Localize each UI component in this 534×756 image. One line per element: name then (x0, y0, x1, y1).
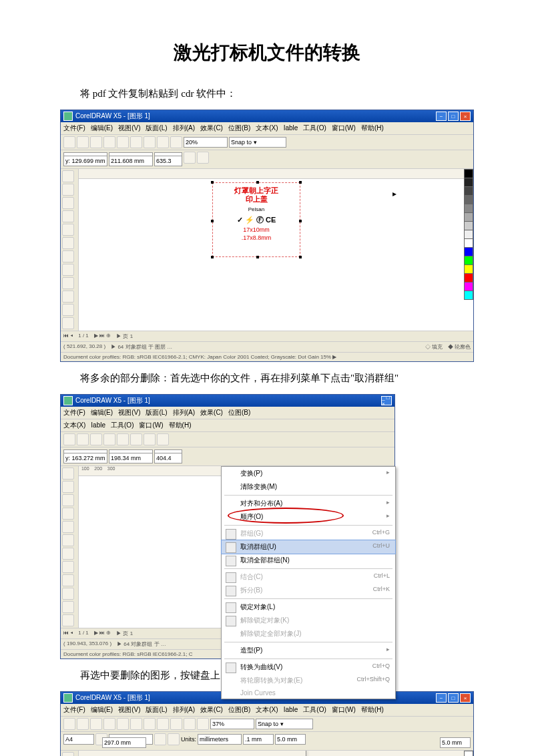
menu-item[interactable]: 文件(F) (63, 124, 85, 132)
menu-item[interactable]: 造型(P)▸ (222, 644, 395, 657)
color-swatch[interactable] (464, 256, 473, 265)
menu-item[interactable]: 视图(V) (118, 706, 140, 713)
tool-button[interactable] (62, 548, 74, 560)
height-field[interactable]: 198.34 mm (109, 453, 153, 463)
maximize-button[interactable]: □ (448, 693, 459, 703)
minimize-button[interactable]: − (436, 112, 447, 121)
tool-button[interactable] (62, 170, 74, 182)
print-icon[interactable] (103, 433, 115, 445)
color-swatch[interactable] (464, 212, 473, 222)
close-button[interactable]: × (460, 693, 471, 703)
menu-item[interactable]: 文件(F) (63, 409, 85, 416)
color-swatch[interactable] (464, 751, 473, 756)
menu-item[interactable]: 排列(A) (173, 706, 195, 713)
color-swatch[interactable] (464, 264, 473, 274)
tool-button[interactable] (62, 574, 74, 586)
tool-button[interactable] (62, 317, 74, 329)
menu-item[interactable]: 编辑(E) (91, 409, 113, 416)
menu-item[interactable]: 编辑(E) (91, 124, 113, 132)
color-swatch[interactable] (464, 230, 473, 239)
tool-button[interactable] (62, 197, 74, 209)
redo-icon[interactable] (170, 718, 182, 730)
orient-icon[interactable] (154, 733, 166, 745)
tool-button[interactable] (62, 264, 74, 276)
menu-item[interactable]: 窗口(W) (139, 421, 163, 429)
redo-icon[interactable] (170, 136, 182, 148)
selected-object[interactable]: 灯罩朝上字正 印上盖 Pelsan ✓ ⚡ Ⓕ CE 17x10mm .17x8… (212, 182, 300, 257)
save-icon[interactable] (90, 433, 102, 445)
menu-item[interactable]: 帮助(H) (169, 421, 192, 429)
menu-item[interactable]: 帮助(H) (361, 124, 384, 132)
color-swatch[interactable] (464, 238, 473, 248)
tool-button[interactable] (62, 534, 74, 546)
menu-item[interactable]: 编辑(E) (91, 706, 113, 713)
paper-size[interactable]: A4 (63, 734, 94, 745)
color-swatch[interactable] (464, 247, 473, 256)
tool-button[interactable] (62, 224, 74, 236)
menu-item[interactable]: 转换为曲线(V)Ctrl+Q (222, 660, 395, 674)
menu-item[interactable]: Iable (284, 124, 298, 132)
dup-x[interactable]: 5.0 mm (275, 734, 306, 745)
menu-item[interactable]: 视图(V) (118, 124, 140, 132)
menu-item[interactable]: 顺序(O)▸ (222, 510, 395, 524)
menu-item[interactable]: 位图(B) (228, 706, 250, 713)
undo-icon[interactable] (157, 433, 169, 445)
undo-icon[interactable] (157, 718, 169, 730)
menu-item[interactable]: 排列(A) (173, 124, 195, 132)
tool-button[interactable] (62, 184, 74, 196)
nudge-field[interactable]: .1 mm (243, 734, 274, 745)
paste-icon[interactable] (144, 433, 156, 445)
menu-item[interactable]: Iable (91, 421, 105, 429)
color-swatch[interactable] (464, 273, 473, 282)
menu-item[interactable]: Iable (284, 706, 298, 713)
menu-item[interactable]: 对齐和分布(A)▸ (222, 497, 395, 510)
menu-item[interactable]: 工具(O) (303, 124, 326, 132)
open-icon[interactable] (77, 718, 89, 730)
save-icon[interactable] (90, 718, 102, 730)
menu-item[interactable]: 效果(C) (200, 124, 223, 132)
paste-icon[interactable] (144, 136, 156, 148)
color-swatch[interactable] (464, 282, 473, 291)
color-swatch[interactable] (464, 195, 473, 204)
tool-button[interactable] (62, 467, 74, 480)
export-icon[interactable] (197, 718, 209, 730)
tool-button[interactable] (62, 588, 74, 600)
orient-icon[interactable] (168, 733, 180, 745)
maximize-button[interactable]: □ (448, 112, 459, 121)
zoom-field[interactable]: 37% (210, 719, 254, 729)
menu-item[interactable]: 文本(X) (256, 124, 278, 132)
tool-button[interactable] (62, 237, 74, 249)
copy-icon[interactable] (130, 136, 142, 148)
tool-button[interactable] (62, 521, 74, 533)
snap-field[interactable]: Snap to ▾ (256, 719, 313, 729)
menu-item[interactable]: 清除变换(M) (222, 480, 395, 494)
canvas[interactable]: ⣿⣿ Pelsan maxin RoHS ✓ ⚡ Ⓕ C E (79, 751, 464, 756)
cut-icon[interactable] (117, 136, 129, 148)
copy-icon[interactable] (130, 718, 142, 730)
page-tab[interactable]: ▶ 页 1 (116, 333, 133, 340)
save-icon[interactable] (90, 136, 102, 148)
import-icon[interactable] (184, 718, 196, 730)
minimize-button[interactable]: − (436, 693, 447, 703)
new-icon[interactable] (63, 136, 75, 148)
tool-button[interactable] (62, 291, 74, 303)
menu-item[interactable]: 窗口(W) (332, 706, 356, 713)
color-swatch[interactable] (464, 169, 473, 178)
menu-item[interactable]: 变换(P)▸ (222, 467, 395, 480)
tool-button[interactable] (62, 304, 74, 316)
copy-icon[interactable] (130, 433, 142, 445)
new-icon[interactable] (63, 718, 75, 730)
print-icon[interactable] (103, 136, 115, 148)
units-field[interactable]: millimeters (198, 734, 242, 745)
new-icon[interactable] (63, 433, 75, 445)
color-palette[interactable] (464, 169, 473, 331)
tool-button[interactable] (62, 601, 74, 613)
paste-icon[interactable] (144, 718, 156, 730)
color-swatch[interactable] (464, 204, 473, 213)
cut-icon[interactable] (117, 718, 129, 730)
y-coord[interactable]: y: 163.272 mm (63, 453, 107, 463)
height-field[interactable]: 211.608 mm (109, 156, 153, 166)
menu-item[interactable]: 取消全部群组(N) (222, 554, 395, 567)
scale-y[interactable]: 635.3 (154, 156, 182, 166)
tool-button[interactable] (62, 277, 74, 289)
